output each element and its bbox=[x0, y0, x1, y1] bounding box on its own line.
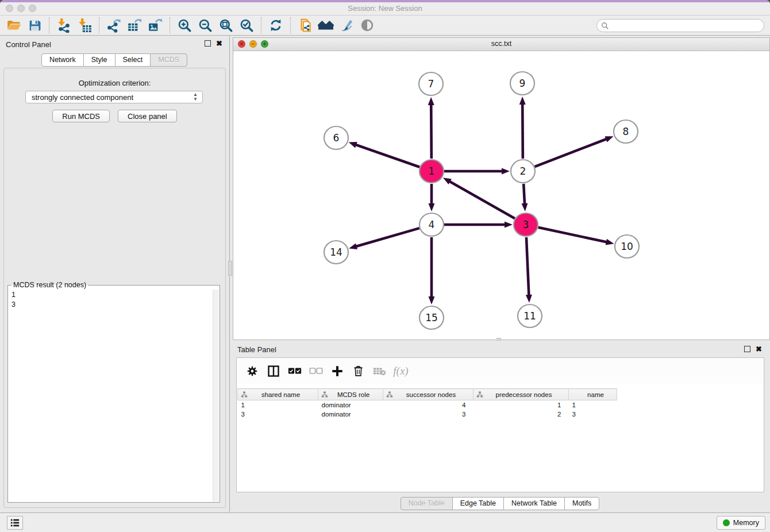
import-table-button[interactable] bbox=[74, 17, 95, 34]
deselect-all-button[interactable] bbox=[305, 362, 326, 380]
column-header-predecessor-nodes[interactable]: predecessor nodes bbox=[473, 389, 569, 400]
delete-table-button[interactable] bbox=[369, 362, 390, 380]
mcds-result-line: 1 bbox=[11, 290, 209, 300]
export-network-button[interactable] bbox=[103, 17, 124, 34]
import-network-button[interactable] bbox=[53, 17, 74, 34]
table-cell[interactable]: 1 bbox=[473, 400, 569, 410]
zoom-in-button[interactable] bbox=[174, 17, 195, 34]
table-cell[interactable]: dominator bbox=[318, 410, 383, 419]
apply-style-button[interactable] bbox=[336, 17, 357, 34]
zoom-in-icon bbox=[177, 18, 192, 33]
table-cell[interactable]: 1 bbox=[569, 400, 617, 410]
select-stepper-icon: ▲▼ bbox=[192, 92, 199, 102]
tab-motifs[interactable]: Motifs bbox=[564, 497, 599, 510]
graph-edge-3-11[interactable] bbox=[526, 237, 529, 296]
toolbar-separator bbox=[99, 17, 99, 33]
graph-edge-2-8[interactable] bbox=[535, 138, 608, 167]
network-canvas[interactable]: 7968124314101511 bbox=[233, 51, 769, 340]
table-cell[interactable]: 4 bbox=[383, 400, 473, 410]
graph-edge-arrowhead bbox=[443, 178, 452, 184]
table-cell[interactable]: 3 bbox=[238, 410, 318, 419]
tab-network-table[interactable]: Network Table bbox=[503, 497, 565, 510]
column-header-name[interactable]: name bbox=[569, 389, 617, 400]
column-header-successor-nodes[interactable]: successor nodes bbox=[383, 389, 473, 400]
save-session-button[interactable] bbox=[24, 17, 45, 34]
control-panel-title: Control Panel bbox=[6, 40, 51, 49]
optimization-criterion-select[interactable]: strongly connected component ▲▼ bbox=[25, 91, 203, 103]
export-table-button[interactable] bbox=[124, 17, 145, 34]
close-panel-button[interactable]: Close panel bbox=[118, 110, 177, 122]
tab-edge-table[interactable]: Edge Table bbox=[452, 497, 504, 510]
result-scrollbar[interactable] bbox=[213, 290, 219, 502]
table-settings-button[interactable] bbox=[241, 362, 263, 380]
search-icon bbox=[601, 22, 609, 30]
new-network-from-selection-button[interactable] bbox=[295, 17, 315, 34]
zoom-out-button[interactable] bbox=[195, 17, 215, 34]
refresh-layout-button[interactable] bbox=[265, 17, 286, 34]
table-cell[interactable]: 3 bbox=[383, 410, 473, 419]
tab-network[interactable]: Network bbox=[41, 53, 84, 67]
control-panel: Control Panel ✖ Network Style Select MCD… bbox=[0, 36, 230, 512]
open-session-button[interactable] bbox=[3, 17, 24, 34]
task-history-button[interactable] bbox=[7, 516, 23, 530]
table-cell[interactable]: 3 bbox=[569, 410, 617, 419]
column-header-label: predecessor nodes bbox=[473, 391, 568, 398]
tab-style[interactable]: Style bbox=[83, 53, 116, 67]
table-cell[interactable]: 1 bbox=[238, 400, 318, 410]
toolbar-separator bbox=[49, 17, 49, 33]
column-header-shared-name[interactable]: shared name bbox=[238, 389, 318, 400]
graph-edge-1-7[interactable] bbox=[431, 103, 432, 159]
graph-edge-arrowhead bbox=[429, 203, 435, 211]
graph-edge-4-14[interactable] bbox=[355, 228, 419, 246]
delete-column-button[interactable] bbox=[348, 362, 369, 380]
search-field[interactable] bbox=[596, 19, 764, 32]
table-close-icon[interactable]: ✖ bbox=[756, 345, 762, 353]
export-image-button[interactable] bbox=[145, 17, 165, 34]
memory-status-icon bbox=[723, 519, 730, 526]
show-columns-button[interactable] bbox=[263, 362, 284, 380]
float-panel-icon[interactable] bbox=[205, 40, 211, 47]
refresh-icon bbox=[268, 18, 283, 33]
table-cell[interactable]: dominator bbox=[318, 400, 383, 410]
create-column-button[interactable] bbox=[326, 362, 348, 380]
delete-table-icon bbox=[373, 365, 387, 377]
run-mcds-button[interactable]: Run MCDS bbox=[52, 110, 110, 122]
panel-splitter-handle[interactable] bbox=[228, 261, 232, 276]
mcds-result-textarea[interactable]: 13 bbox=[8, 289, 212, 502]
graph-node-label-15: 15 bbox=[425, 312, 438, 323]
home-icon bbox=[318, 18, 334, 33]
copy-network-icon bbox=[298, 18, 313, 33]
show-graphics-details-button[interactable] bbox=[357, 17, 378, 34]
graph-edge-1-6[interactable] bbox=[355, 144, 419, 167]
open-folder-icon bbox=[6, 18, 21, 33]
toolbar-separator bbox=[170, 17, 170, 33]
close-panel-icon[interactable]: ✖ bbox=[216, 39, 222, 48]
table-row[interactable]: 3dominator323 bbox=[238, 410, 764, 419]
network-view-window: × − + scc.txt 7968124314101511 bbox=[233, 37, 770, 340]
graph-edge-2-3[interactable] bbox=[523, 184, 525, 205]
network-resize-handle[interactable] bbox=[496, 338, 501, 341]
table-cell[interactable]: 2 bbox=[473, 410, 569, 419]
unchecked-boxes-icon bbox=[309, 367, 323, 375]
table-float-icon[interactable] bbox=[744, 346, 750, 352]
graph-edge-arrowhead bbox=[502, 168, 510, 175]
graph-node-label-6: 6 bbox=[333, 132, 340, 144]
search-input[interactable] bbox=[612, 22, 756, 30]
select-all-button[interactable] bbox=[284, 362, 305, 380]
function-builder-button[interactable]: f(x) bbox=[390, 362, 411, 380]
graph-node-label-3: 3 bbox=[523, 219, 529, 230]
graph-edge-2-9[interactable] bbox=[522, 103, 523, 159]
zoom-fit-button[interactable] bbox=[215, 17, 236, 34]
graph-edge-3-10[interactable] bbox=[538, 228, 608, 242]
zoom-selected-button[interactable] bbox=[236, 17, 257, 34]
reset-view-button[interactable] bbox=[315, 17, 336, 34]
tab-node-table[interactable]: Node Table bbox=[401, 497, 453, 510]
memory-button[interactable]: Memory bbox=[717, 516, 765, 530]
graph-edge-3-1[interactable] bbox=[449, 181, 515, 218]
tab-select[interactable]: Select bbox=[115, 53, 151, 67]
column-header-MCDS-role[interactable]: MCDS role bbox=[318, 389, 383, 400]
tab-mcds[interactable]: MCDS bbox=[150, 53, 187, 67]
graph-edge-arrowhead bbox=[428, 97, 434, 105]
trash-icon bbox=[352, 365, 364, 377]
table-row[interactable]: 1dominator411 bbox=[238, 400, 764, 410]
